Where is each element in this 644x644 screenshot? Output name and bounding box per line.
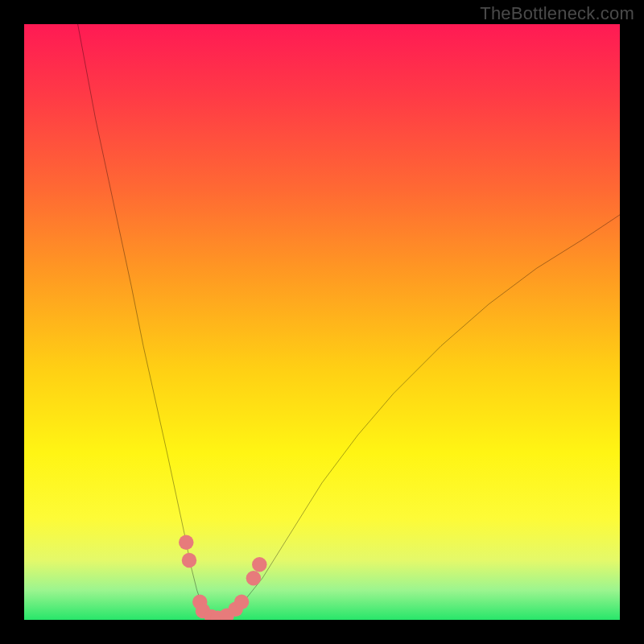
marker-point <box>246 571 262 586</box>
marker-point <box>234 595 250 610</box>
left-curve <box>78 24 215 620</box>
chart-frame: TheBottleneck.com <box>0 0 644 644</box>
right-curve <box>221 215 620 620</box>
watermark-text: TheBottleneck.com <box>480 3 634 24</box>
marker-group <box>179 535 267 620</box>
marker-point <box>179 535 194 551</box>
curves-svg <box>24 24 620 620</box>
plot-area <box>24 24 620 620</box>
marker-point <box>252 557 267 572</box>
marker-point <box>182 553 197 568</box>
